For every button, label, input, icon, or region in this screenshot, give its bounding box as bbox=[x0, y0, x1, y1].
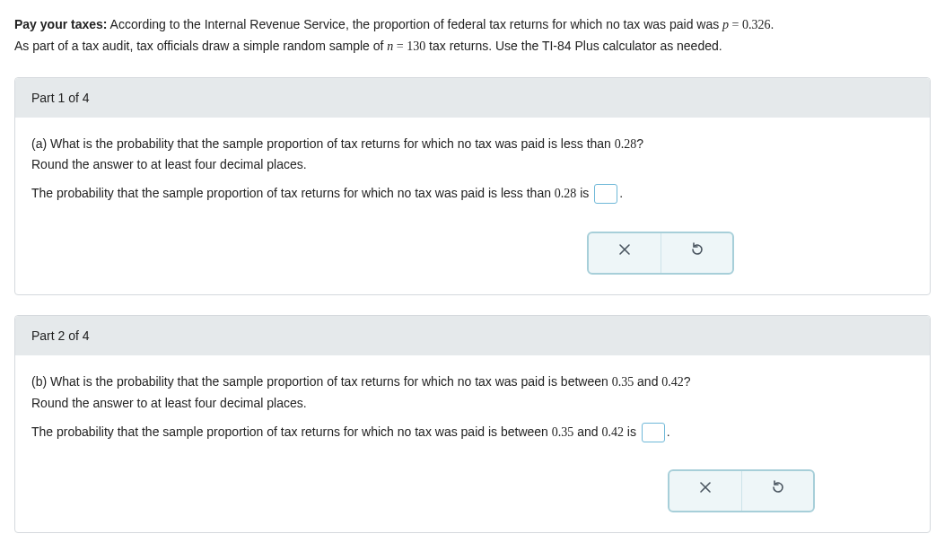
intro-bold: Pay your taxes: bbox=[14, 17, 108, 31]
part2-answer-line: The probability that the sample proporti… bbox=[31, 422, 914, 443]
part1-card: Part 1 of 4 (a) What is the probability … bbox=[14, 77, 931, 295]
part1-answer-line: The probability that the sample proporti… bbox=[31, 183, 914, 205]
part2-card: Part 2 of 4 (b) What is the probability … bbox=[14, 315, 931, 533]
part2-button-row bbox=[31, 469, 914, 512]
part2-header: Part 2 of 4 bbox=[15, 316, 930, 355]
part1-ans-b: is bbox=[576, 186, 592, 200]
part1-ans-val: 0.28 bbox=[555, 187, 577, 200]
part2-ans-a: The probability that the sample proporti… bbox=[31, 424, 552, 439]
part1-button-row bbox=[31, 232, 914, 275]
part2-body: (b) What is the probability that the sam… bbox=[15, 355, 930, 532]
part1-q-end: ? bbox=[636, 136, 643, 151]
part2-ans-mid: and bbox=[573, 424, 601, 439]
problem-intro: Pay your taxes: According to the Interna… bbox=[14, 14, 931, 57]
part2-btn-group bbox=[668, 469, 815, 512]
part1-question: (a) What is the probability that the sam… bbox=[31, 134, 914, 155]
x-icon bbox=[698, 480, 713, 502]
reset-button[interactable] bbox=[741, 471, 813, 511]
part1-ans-a: The probability that the sample proporti… bbox=[31, 186, 555, 200]
part1-ans-end: . bbox=[619, 186, 623, 200]
part1-btn-group bbox=[587, 232, 734, 275]
part2-q-text: (b) What is the probability that the sam… bbox=[31, 374, 612, 389]
part1-q-text: (a) What is the probability that the sam… bbox=[31, 136, 615, 151]
part2-q-v2: 0.42 bbox=[661, 375, 684, 389]
part1-body: (a) What is the probability that the sam… bbox=[15, 118, 930, 294]
part2-q-v1: 0.35 bbox=[612, 375, 634, 389]
part2-q-end: ? bbox=[684, 374, 691, 389]
x-icon bbox=[617, 242, 632, 264]
part2-ans-v1: 0.35 bbox=[552, 425, 574, 439]
reset-button[interactable] bbox=[661, 233, 732, 273]
intro-text-2b: tax returns. Use the TI-84 Plus calculat… bbox=[425, 39, 722, 53]
part1-round-hint: Round the answer to at least four decima… bbox=[31, 154, 914, 176]
p-equals: = bbox=[729, 18, 742, 31]
part2-q-mid: and bbox=[634, 374, 661, 389]
part2-ans-b: is bbox=[624, 424, 640, 439]
intro-line1-end: . bbox=[771, 17, 774, 31]
clear-button[interactable] bbox=[589, 233, 661, 273]
part2-ans-v2: 0.42 bbox=[601, 425, 624, 439]
part1-q-val: 0.28 bbox=[615, 137, 637, 151]
n-value: 130 bbox=[407, 39, 425, 53]
clear-button[interactable] bbox=[669, 471, 741, 511]
part2-question: (b) What is the probability that the sam… bbox=[31, 372, 914, 393]
n-equals: = bbox=[393, 39, 407, 53]
intro-text-2a: As part of a tax audit, tax officials dr… bbox=[14, 39, 387, 53]
p-value: 0.326 bbox=[742, 18, 771, 31]
intro-text-1a: According to the Internal Revenue Servic… bbox=[108, 17, 723, 31]
part2-ans-end: . bbox=[667, 424, 670, 439]
part2-round-hint: Round the answer to at least four decima… bbox=[31, 393, 914, 415]
undo-icon bbox=[771, 480, 785, 502]
part1-header: Part 1 of 4 bbox=[15, 78, 930, 118]
part2-answer-input[interactable] bbox=[642, 423, 665, 442]
part1-answer-input[interactable] bbox=[594, 184, 617, 204]
undo-icon bbox=[690, 242, 704, 264]
